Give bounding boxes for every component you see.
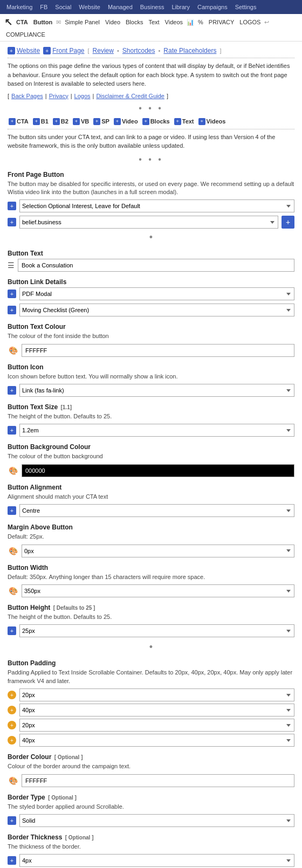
breadcrumb-frontpage[interactable]: + Front Page xyxy=(43,47,84,54)
padding-select-2[interactable]: 40px xyxy=(19,704,294,717)
b1-label[interactable]: B1 xyxy=(41,118,49,125)
cta-subnav-b1[interactable]: + B1 xyxy=(32,118,50,126)
button-alignment-select[interactable]: Centre xyxy=(19,504,294,517)
secondnav-percent[interactable]: % xyxy=(196,18,205,26)
cta-subnav-sp[interactable]: + SP xyxy=(92,118,111,126)
button-text-size-version: [1.1] xyxy=(60,404,72,410)
padding-icon-1[interactable]: + xyxy=(8,691,16,699)
button-bg-colour-input[interactable] xyxy=(22,464,294,477)
fp-button-select1[interactable]: Selection Optional Interest, Leave for D… xyxy=(19,199,294,212)
link-back-pages[interactable]: Back Pages xyxy=(11,93,43,99)
margin-icon[interactable]: 🎨 xyxy=(8,546,18,556)
button-width-title: Button Width xyxy=(8,564,294,571)
breadcrumb-shortcodes[interactable]: Shortcodes xyxy=(122,47,155,54)
videos-label[interactable]: Videos xyxy=(207,118,226,125)
cta-subnav-cta[interactable]: + CTA xyxy=(8,118,30,126)
link-disclaimer[interactable]: Disclaimer & Credit Guide xyxy=(96,93,164,99)
text-size-plus-icon[interactable]: + xyxy=(8,426,16,435)
secondnav-video[interactable]: Video xyxy=(104,18,122,26)
links-sep3: | xyxy=(93,93,94,99)
button-icon-select[interactable]: Link (fas fa-link) xyxy=(19,384,294,397)
button-width-row: 🎨 350px xyxy=(8,584,294,597)
link-plus-icon1[interactable]: + xyxy=(8,290,16,298)
padding-select-4[interactable]: 40px xyxy=(19,734,294,747)
text-colour-picker-icon[interactable]: 🎨 xyxy=(8,345,18,356)
vb-label[interactable]: VB xyxy=(81,118,89,125)
cta-subnav-b2[interactable]: + B2 xyxy=(52,118,70,126)
button-height-select[interactable]: 25px xyxy=(19,624,294,637)
button-text-input[interactable] xyxy=(18,259,294,272)
video-label[interactable]: Video xyxy=(122,118,138,125)
padding-icon-2[interactable]: + xyxy=(8,706,16,714)
text-label[interactable]: Text xyxy=(182,118,194,125)
bg-colour-picker-icon[interactable]: 🎨 xyxy=(8,465,18,476)
height-plus-icon[interactable]: + xyxy=(8,626,16,635)
breadcrumb-review[interactable]: Review xyxy=(93,47,114,54)
frontpage-link[interactable]: Front Page xyxy=(52,47,84,54)
cta-subnav-text[interactable]: + Text xyxy=(173,118,195,126)
button-width-select[interactable]: 350px xyxy=(22,584,294,597)
main-content: + Website + Front Page [ Review • Shortc… xyxy=(0,42,302,868)
border-type-select[interactable]: Solid xyxy=(19,814,294,827)
sp-label[interactable]: SP xyxy=(101,118,109,125)
blocks-label[interactable]: Blocks xyxy=(150,118,170,125)
secondnav-cta[interactable]: CTA xyxy=(15,18,30,26)
button-text-size-select[interactable]: 1.2em xyxy=(19,424,294,437)
secondnav-blocks[interactable]: Blocks xyxy=(124,18,145,26)
nav-social[interactable]: Social xyxy=(52,2,74,12)
secondnav-compliance[interactable]: COMPLIANCE xyxy=(4,30,47,39)
cta-subnav-video[interactable]: + Video xyxy=(113,118,139,126)
padding-select-3[interactable]: 20px xyxy=(19,719,294,732)
cta-label[interactable]: CTA xyxy=(17,118,29,125)
button-text-colour-input[interactable] xyxy=(22,344,294,357)
b2-label[interactable]: B2 xyxy=(61,118,68,125)
nav-library[interactable]: Library xyxy=(168,2,193,12)
website-link[interactable]: Website xyxy=(17,47,40,54)
nav-business[interactable]: Business xyxy=(137,2,168,12)
icon-plus-icon[interactable]: + xyxy=(8,386,16,395)
border-type-plus-icon[interactable]: + xyxy=(8,816,16,825)
padding-icon-4[interactable]: + xyxy=(8,736,16,745)
secondnav-button[interactable]: Button xyxy=(32,18,54,26)
margin-above-button-select[interactable]: 0px xyxy=(22,545,294,557)
secondnav-videos[interactable]: Videos xyxy=(163,18,184,26)
vb-plus-icon: + xyxy=(73,118,80,125)
divider-1 xyxy=(8,58,294,58)
nav-website[interactable]: Website xyxy=(76,2,104,12)
secondnav-text[interactable]: Text xyxy=(147,18,161,26)
nav-fb[interactable]: FB xyxy=(37,2,51,12)
fp-button-select2[interactable]: belief.business xyxy=(19,216,278,229)
fp-button-plus-icon[interactable]: + xyxy=(8,202,16,210)
cta-subnav-blocks[interactable]: + Blocks xyxy=(141,118,171,126)
nav-marketing[interactable]: Marketing xyxy=(3,2,36,12)
secondnav-logos[interactable]: LOGOS xyxy=(238,18,262,26)
button-link-select2[interactable]: Moving Checklist (Green) xyxy=(19,304,294,316)
button-link-select1[interactable]: PDF Modal xyxy=(19,287,294,300)
padding-icon-3[interactable]: + xyxy=(8,721,16,729)
fp-button-add-btn[interactable]: + xyxy=(282,216,294,229)
breadcrumb-website[interactable]: + Website xyxy=(8,47,40,54)
nav-settings[interactable]: Settings xyxy=(232,2,260,12)
border-colour-input[interactable] xyxy=(22,774,294,787)
button-text-icon: ☰ xyxy=(8,261,15,270)
links-sep1: | xyxy=(45,93,47,99)
alignment-plus-icon[interactable]: + xyxy=(8,506,16,515)
nav-campaigns[interactable]: Campaigns xyxy=(194,2,231,12)
cta-subnav-videos[interactable]: + Videos xyxy=(197,118,227,126)
fp-button-plus-icon2[interactable]: + xyxy=(8,218,16,226)
links-bracket-close: ] xyxy=(167,93,168,99)
arrow-icon: ↖ xyxy=(4,16,12,28)
border-thickness-plus-icon[interactable]: + xyxy=(8,856,16,865)
secondnav-privacy[interactable]: PRIVACY xyxy=(207,18,236,26)
cta-subnav-vb[interactable]: + VB xyxy=(72,118,90,126)
border-colour-picker-icon[interactable]: 🎨 xyxy=(8,775,18,786)
link-privacy[interactable]: Privacy xyxy=(49,93,68,99)
link-logos[interactable]: Logos xyxy=(74,93,91,99)
border-thickness-select[interactable]: 4px xyxy=(19,854,294,867)
secondnav-simplepanel[interactable]: Simple Panel xyxy=(63,18,101,26)
breadcrumb-rate-placeholders[interactable]: Rate Placeholders xyxy=(163,47,216,54)
width-icon[interactable]: 🎨 xyxy=(8,585,18,596)
link-plus-icon2[interactable]: + xyxy=(8,306,16,314)
padding-select-1[interactable]: 20px xyxy=(19,688,294,701)
nav-managed[interactable]: Managed xyxy=(105,2,136,12)
